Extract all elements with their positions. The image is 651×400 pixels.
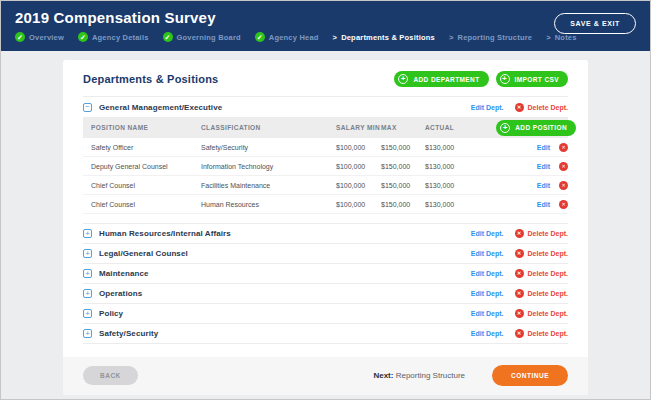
- nav-item-label: Departments & Positions: [341, 33, 435, 42]
- nav-item-label: Overview: [29, 33, 64, 42]
- cell-position-name: Safety Officer: [91, 144, 201, 151]
- row-actions: Edit ✕: [537, 200, 568, 209]
- column-header-actual: ACTUAL: [425, 124, 485, 131]
- delete-dept-label: Delete Dept.: [528, 310, 568, 317]
- delete-position-icon[interactable]: ✕: [559, 200, 568, 209]
- nav-item-agency-head[interactable]: ✓ Agency Head: [255, 32, 319, 42]
- expand-icon[interactable]: +: [83, 329, 92, 338]
- cell-salary-min: $100,000: [336, 163, 381, 170]
- edit-dept-link[interactable]: Edit Dept.: [471, 330, 504, 337]
- delete-dept-link[interactable]: ✕ Delete Dept.: [515, 289, 568, 298]
- section-title: Departments & Positions: [83, 73, 218, 85]
- delete-dept-link[interactable]: ✕ Delete Dept.: [515, 229, 568, 238]
- delete-dept-link[interactable]: ✕ Delete Dept.: [515, 249, 568, 258]
- import-csv-button[interactable]: + IMPORT CSV: [496, 71, 568, 87]
- department-name: Maintenance: [99, 269, 149, 278]
- cell-salary-min: $100,000: [336, 144, 381, 151]
- top-bar: 2019 Compensation Survey SAVE & EXIT ✓ O…: [1, 1, 650, 51]
- edit-dept-link[interactable]: Edit Dept.: [471, 250, 504, 257]
- next-value: Reporting Structure: [396, 371, 465, 380]
- nav-item-label: Agency Details: [92, 33, 149, 42]
- edit-position-link[interactable]: Edit: [537, 144, 550, 151]
- department-row-policy: + Policy Edit Dept. ✕ Delete Dept.: [83, 304, 568, 324]
- delete-x-icon: ✕: [515, 103, 524, 112]
- department-list: + Human Resources/Internal Affairs Edit …: [83, 223, 568, 344]
- column-header-salary-min: SALARY MIN: [336, 124, 381, 131]
- department-row-general-management: − General Management/Executive Edit Dept…: [83, 96, 568, 117]
- nav-item-agency-details[interactable]: ✓ Agency Details: [78, 32, 149, 42]
- column-header-position-name: POSITION NAME: [91, 124, 201, 131]
- table-row: Safety Officer Safety/Security $100,000 …: [83, 138, 568, 157]
- expand-icon[interactable]: +: [83, 289, 92, 298]
- next-step-text: Next: Reporting Structure: [373, 371, 465, 380]
- department-actions: Edit Dept. ✕ Delete Dept.: [471, 289, 568, 298]
- collapse-icon[interactable]: −: [83, 103, 92, 112]
- add-position-label: ADD POSITION: [515, 124, 567, 131]
- edit-dept-link[interactable]: Edit Dept.: [471, 104, 504, 111]
- delete-dept-link[interactable]: ✕ Delete Dept.: [515, 269, 568, 278]
- delete-dept-link[interactable]: ✕ Delete Dept.: [515, 103, 568, 112]
- nav-item-reporting-structure[interactable]: > Reporting Structure: [449, 33, 532, 42]
- cell-position-name: Chief Counsel: [91, 201, 201, 208]
- edit-position-link[interactable]: Edit: [537, 182, 550, 189]
- save-exit-button[interactable]: SAVE & EXIT: [554, 13, 636, 34]
- nav-item-label: Agency Head: [269, 33, 319, 42]
- delete-dept-link[interactable]: ✕ Delete Dept.: [515, 309, 568, 318]
- app-window: 2019 Compensation Survey SAVE & EXIT ✓ O…: [0, 0, 651, 400]
- step-nav: ✓ Overview ✓ Agency Details ✓ Governing …: [15, 32, 636, 42]
- cell-max: $150,000: [381, 144, 425, 151]
- card-header-actions: + ADD DEPARTMENT + IMPORT CSV: [394, 71, 568, 87]
- delete-position-icon[interactable]: ✕: [559, 181, 568, 190]
- expand-icon[interactable]: +: [83, 269, 92, 278]
- row-actions: Edit ✕: [537, 181, 568, 190]
- expand-icon[interactable]: +: [83, 229, 92, 238]
- delete-x-icon: ✕: [515, 309, 524, 318]
- department-name: Operations: [99, 289, 142, 298]
- footer-right: Next: Reporting Structure CONTINUE: [373, 365, 568, 386]
- department-actions: Edit Dept. ✕ Delete Dept.: [471, 309, 568, 318]
- nav-item-governing-board[interactable]: ✓ Governing Board: [163, 32, 241, 42]
- delete-x-icon: ✕: [515, 269, 524, 278]
- nav-item-overview[interactable]: ✓ Overview: [15, 32, 64, 42]
- cell-max: $150,000: [381, 201, 425, 208]
- department-row-human-resources: + Human Resources/Internal Affairs Edit …: [83, 224, 568, 244]
- nav-item-label: Governing Board: [177, 33, 241, 42]
- departments-card: Departments & Positions + ADD DEPARTMENT…: [63, 60, 588, 395]
- check-icon: ✓: [255, 32, 265, 42]
- delete-dept-label: Delete Dept.: [528, 290, 568, 297]
- edit-position-link[interactable]: Edit: [537, 163, 550, 170]
- table-row: Deputy General Counsel Information Techn…: [83, 157, 568, 176]
- edit-dept-link[interactable]: Edit Dept.: [471, 270, 504, 277]
- plus-icon: +: [500, 123, 510, 133]
- edit-dept-link[interactable]: Edit Dept.: [471, 290, 504, 297]
- next-label: Next:: [373, 371, 393, 380]
- row-actions: Edit ✕: [537, 162, 568, 171]
- delete-position-icon[interactable]: ✕: [559, 162, 568, 171]
- back-button[interactable]: BACK: [83, 366, 138, 385]
- delete-position-icon[interactable]: ✕: [559, 143, 568, 152]
- cell-position-name: Chief Counsel: [91, 182, 201, 189]
- edit-dept-link[interactable]: Edit Dept.: [471, 230, 504, 237]
- delete-x-icon: ✕: [515, 229, 524, 238]
- department-actions: Edit Dept. ✕ Delete Dept.: [471, 329, 568, 338]
- check-icon: ✓: [15, 32, 25, 42]
- expand-icon[interactable]: +: [83, 249, 92, 258]
- table-row: Chief Counsel Human Resources $100,000 $…: [83, 195, 568, 214]
- add-position-button[interactable]: + ADD POSITION: [496, 120, 576, 136]
- department-name: General Management/Executive: [99, 103, 222, 112]
- cell-actual: $130,000: [425, 182, 485, 189]
- add-department-button[interactable]: + ADD DEPARTMENT: [394, 71, 488, 87]
- check-icon: ✓: [163, 32, 173, 42]
- department-row-legal: + Legal/General Counsel Edit Dept. ✕ Del…: [83, 244, 568, 264]
- nav-item-departments-positions[interactable]: > Departments & Positions: [333, 33, 435, 42]
- edit-position-link[interactable]: Edit: [537, 201, 550, 208]
- delete-dept-link[interactable]: ✕ Delete Dept.: [515, 329, 568, 338]
- expand-icon[interactable]: +: [83, 309, 92, 318]
- department-row-operations: + Operations Edit Dept. ✕ Delete Dept.: [83, 284, 568, 304]
- department-actions: Edit Dept. ✕ Delete Dept.: [471, 249, 568, 258]
- edit-dept-link[interactable]: Edit Dept.: [471, 310, 504, 317]
- cell-classification: Human Resources: [201, 201, 336, 208]
- continue-button[interactable]: CONTINUE: [492, 365, 568, 386]
- positions-table: POSITION NAME CLASSIFICATION SALARY MIN …: [83, 117, 568, 214]
- department-name: Human Resources/Internal Affairs: [99, 229, 231, 238]
